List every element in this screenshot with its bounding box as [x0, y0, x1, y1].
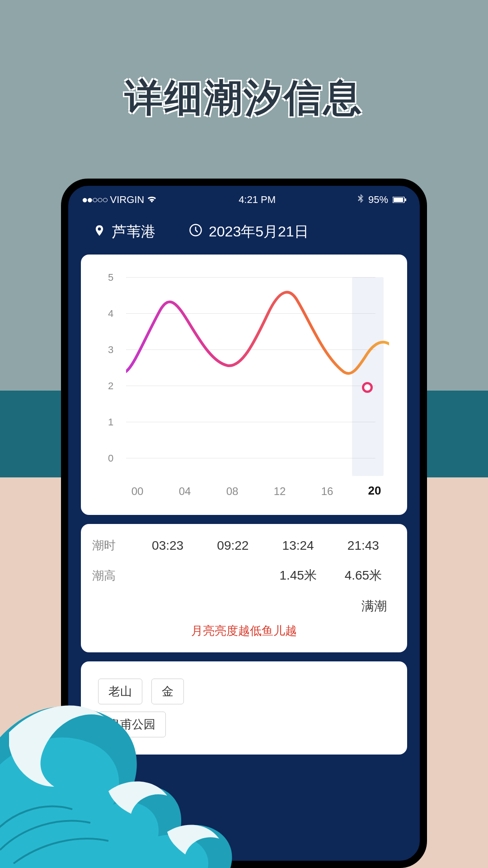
y-tick: 5 — [108, 272, 113, 283]
location-chip[interactable]: 金 — [151, 679, 184, 704]
tide-height: 4.65米 — [331, 567, 396, 584]
svg-rect-1 — [394, 198, 403, 202]
x-tick: 04 — [171, 485, 198, 498]
wifi-icon — [147, 194, 157, 206]
location-selector[interactable]: 芦苇港 — [93, 222, 155, 242]
y-tick: 3 — [108, 344, 113, 356]
signal-dots-icon: ●●○○○ — [82, 194, 107, 206]
tide-table-card: 潮时 03:23 09:22 13:24 21:43 潮高 1.45米 4.65… — [81, 524, 407, 652]
tide-time: 09:22 — [200, 538, 265, 553]
status-time: 4:21 PM — [239, 194, 276, 206]
table-row: 潮高 1.45米 4.65米 — [92, 567, 396, 584]
row-label: 潮高 — [92, 568, 135, 584]
x-tick: 08 — [219, 485, 246, 498]
x-tick: 00 — [124, 485, 151, 498]
tide-time: 13:24 — [266, 538, 331, 553]
tide-status-tag: 满潮 — [92, 598, 396, 615]
x-tick: 12 — [266, 485, 293, 498]
table-row: 潮时 03:23 09:22 13:24 21:43 — [92, 538, 396, 553]
location-name: 芦苇港 — [112, 222, 155, 242]
promo-title: 详细潮汐信息 — [0, 72, 488, 124]
date-selector[interactable]: 2023年5月21日 — [189, 222, 309, 242]
bluetooth-icon — [357, 194, 364, 206]
tide-chart[interactable]: 5 4 3 2 1 0 00 — [94, 268, 394, 503]
tide-height: 1.45米 — [266, 567, 331, 584]
location-chip[interactable]: 老山 — [98, 679, 142, 704]
y-tick: 4 — [108, 308, 113, 320]
tide-time: 21:43 — [331, 538, 396, 553]
phone-frame: ●●○○○ VIRGIN 4:21 PM 95% 芦苇港 — [61, 179, 427, 868]
tide-tip: 月亮亮度越低鱼儿越 — [92, 615, 396, 639]
x-tick-active: 20 — [361, 484, 388, 498]
x-tick: 16 — [314, 485, 341, 498]
date-label: 2023年5月21日 — [209, 222, 309, 242]
location-chips-card: 老山 金 皇甫公园 — [81, 661, 407, 755]
svg-rect-2 — [405, 198, 406, 201]
status-bar: ●●○○○ VIRGIN 4:21 PM 95% — [68, 186, 420, 209]
battery-icon — [393, 194, 406, 206]
y-tick: 1 — [108, 416, 113, 428]
y-tick: 0 — [108, 453, 113, 464]
carrier-label: VIRGIN — [110, 194, 144, 206]
tide-chart-card: 5 4 3 2 1 0 00 — [81, 255, 407, 515]
tide-time: 03:23 — [135, 538, 200, 553]
app-header: 芦苇港 2023年5月21日 — [68, 209, 420, 255]
chart-current-marker — [362, 382, 373, 393]
battery-percent: 95% — [368, 194, 388, 206]
row-label: 潮时 — [92, 538, 135, 553]
clock-icon — [189, 223, 202, 241]
location-pin-icon — [93, 224, 106, 241]
location-chip[interactable]: 皇甫公园 — [98, 712, 166, 737]
y-tick: 2 — [108, 380, 113, 392]
